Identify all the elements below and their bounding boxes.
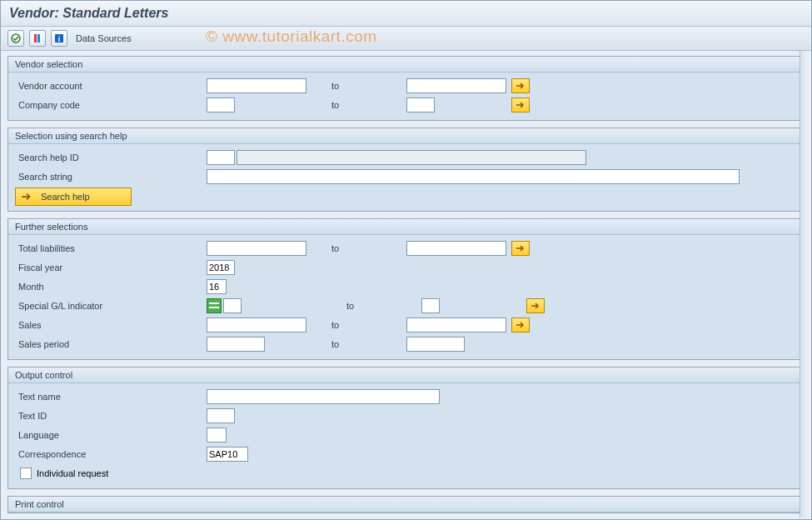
label-total-liabilities: Total liabilities [15, 243, 207, 253]
multiselect-total-liab[interactable] [511, 241, 530, 256]
input-search-string[interactable] [207, 169, 740, 184]
toolbar: i Data Sources [1, 27, 811, 51]
label-to: to [306, 243, 406, 253]
label-to: to [306, 339, 406, 349]
input-vendor-account-from[interactable] [207, 78, 306, 93]
svg-text:i: i [58, 35, 61, 43]
label-sales-period: Sales period [15, 339, 207, 349]
label-vendor-account: Vendor account [15, 81, 207, 91]
label-individual-request: Individual request [37, 468, 108, 478]
label-to: to [321, 301, 421, 311]
data-sources-link[interactable]: Data Sources [72, 33, 135, 43]
group-title-further: Further selections [8, 219, 804, 235]
svg-rect-1 [34, 34, 37, 42]
label-correspondence: Correspondence [15, 449, 207, 459]
content-area: Vendor selection Vendor account to Compa… [1, 51, 811, 518]
label-text-id: Text ID [15, 411, 207, 421]
svg-point-0 [12, 34, 20, 42]
input-correspondence[interactable] [207, 447, 248, 462]
input-company-code-to[interactable] [406, 98, 435, 112]
scrollbar-area[interactable] [800, 51, 811, 518]
label-company-code: Company code [15, 100, 207, 110]
titlebar: Vendor: Standard Letters [1, 1, 811, 27]
multiselect-sales[interactable] [511, 318, 530, 332]
label-fiscal-year: Fiscal year [15, 262, 207, 272]
multiselect-company-code[interactable] [511, 98, 530, 112]
group-title-print: Print control [8, 497, 804, 512]
input-sgl-to[interactable] [421, 298, 440, 313]
label-text-name: Text name [15, 392, 207, 402]
label-search-string: Search string [15, 172, 207, 182]
label-month: Month [15, 282, 207, 292]
label-special-gl: Special G/L indicator [15, 301, 207, 311]
input-search-help-id[interactable] [207, 150, 235, 165]
group-title-vendor-selection: Vendor selection [8, 57, 804, 72]
input-sales-period-to[interactable] [406, 337, 465, 352]
input-sales-from[interactable] [207, 318, 306, 332]
group-further-selections: Further selections Total liabilities to … [7, 218, 805, 360]
multiselect-sgl[interactable] [526, 298, 545, 313]
input-sgl-from[interactable] [223, 298, 242, 313]
group-output-control: Output control Text name Text ID Languag… [7, 367, 805, 489]
input-total-liab-from[interactable] [207, 241, 306, 256]
label-to: to [306, 81, 406, 91]
input-month[interactable] [207, 279, 227, 294]
label-search-help-id: Search help ID [15, 152, 207, 162]
search-help-button[interactable]: Search help [15, 188, 132, 206]
input-text-id[interactable] [207, 408, 235, 423]
input-total-liab-to[interactable] [406, 241, 506, 256]
input-fiscal-year[interactable] [207, 260, 235, 275]
multiselect-vendor-account[interactable] [511, 78, 530, 93]
input-text-name[interactable] [207, 389, 440, 404]
execute-button[interactable] [7, 30, 24, 47]
input-vendor-account-to[interactable] [406, 78, 506, 93]
input-language[interactable] [207, 428, 227, 442]
label-sales: Sales [15, 320, 207, 330]
label-to: to [306, 100, 406, 110]
display-search-help-desc [237, 150, 586, 165]
sgl-option-icon[interactable] [207, 298, 222, 313]
label-language: Language [15, 430, 207, 440]
checkbox-individual-request[interactable] [20, 468, 32, 479]
info-button[interactable]: i [51, 30, 67, 47]
sap-window: Vendor: Standard Letters i Data Sources … [0, 0, 812, 520]
group-print-control: Print control [7, 496, 805, 513]
group-title-output: Output control [8, 368, 804, 383]
label-to: to [306, 320, 406, 330]
input-company-code-from[interactable] [207, 98, 235, 112]
group-vendor-selection: Vendor selection Vendor account to Compa… [7, 56, 805, 121]
input-sales-to[interactable] [406, 318, 506, 332]
input-sales-period-from[interactable] [207, 337, 265, 352]
variant-button[interactable] [29, 30, 46, 47]
svg-rect-2 [37, 34, 40, 42]
search-help-button-label: Search help [41, 192, 90, 202]
group-search-help: Selection using search help Search help … [7, 128, 805, 212]
page-title: Vendor: Standard Letters [9, 6, 168, 20]
group-title-search-help: Selection using search help [8, 128, 804, 144]
